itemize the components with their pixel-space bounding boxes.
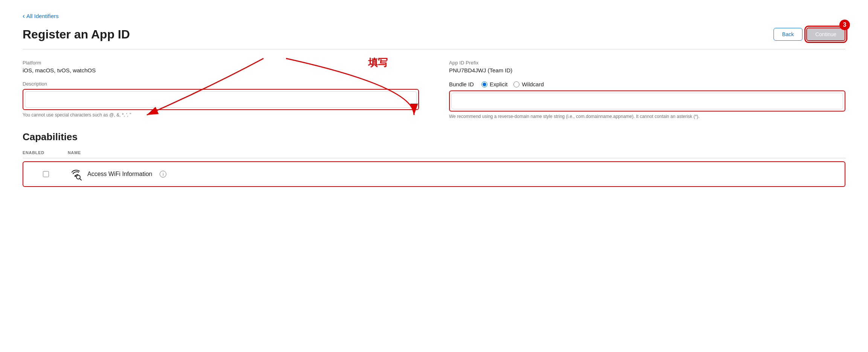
wifi-name-cell: Access WiFi Information i	[69, 167, 845, 181]
form-grid: Platform iOS, macOS, tvOS, watchOS Descr…	[23, 60, 845, 119]
explicit-radio[interactable]	[481, 81, 487, 87]
checkbox-cell	[23, 171, 69, 177]
description-wrapper	[23, 89, 419, 110]
back-link[interactable]: All Identifiers	[23, 12, 59, 20]
info-icon[interactable]: i	[160, 171, 166, 178]
wildcard-label: Wildcard	[522, 81, 544, 87]
back-button[interactable]: Back	[774, 28, 803, 41]
explicit-option[interactable]: Explicit	[481, 81, 508, 87]
step-badge: 3	[839, 20, 850, 30]
bundle-id-row: Bundle ID Explicit Wildcard	[449, 81, 845, 87]
capability-row-wrapper: Access WiFi Information i 勾选	[23, 158, 845, 187]
capabilities-table-header: ENABLED NAME	[23, 150, 845, 158]
app-id-prefix-value: PNU7BD4JWJ (Team ID)	[449, 67, 845, 73]
capabilities-title: Capabilities	[23, 131, 845, 143]
wifi-checkbox[interactable]	[43, 171, 49, 177]
form-right: App ID Prefix PNU7BD4JWJ (Team ID) Bundl…	[449, 60, 845, 119]
explicit-label: Explicit	[490, 81, 508, 87]
bundle-id-hint: We recommend using a reverse-domain name…	[449, 114, 845, 119]
annotation-fill-in: 填写	[368, 56, 388, 69]
wifi-icon	[69, 167, 82, 181]
svg-point-0	[75, 175, 76, 177]
description-hint: You cannot use special characters such a…	[23, 112, 419, 118]
app-id-prefix-label: App ID Prefix	[449, 60, 845, 66]
wildcard-option[interactable]: Wildcard	[513, 81, 544, 87]
bundle-id-input[interactable]	[451, 93, 843, 109]
continue-button[interactable]: Continue	[806, 28, 845, 41]
header-buttons: Back Continue	[774, 28, 845, 41]
wildcard-radio[interactable]	[513, 81, 519, 87]
description-input[interactable]	[25, 91, 417, 108]
col-enabled-label: ENABLED	[23, 150, 68, 155]
platform-value: iOS, macOS, tvOS, watchOS	[23, 67, 419, 73]
platform-label: Platform	[23, 60, 419, 66]
form-left: Platform iOS, macOS, tvOS, watchOS Descr…	[23, 60, 419, 119]
capabilities-section: Capabilities ENABLED NAME	[23, 131, 845, 187]
section-divider	[23, 49, 845, 49]
col-name-label: NAME	[68, 150, 845, 155]
radio-group: Explicit Wildcard	[481, 81, 544, 87]
page-title: Register an App ID	[23, 28, 130, 41]
page-container: All Identifiers Register an App ID Back …	[0, 0, 868, 352]
capability-row-wifi: Access WiFi Information i	[23, 161, 845, 187]
wifi-capability-name: Access WiFi Information	[87, 171, 152, 178]
bundle-id-label: Bundle ID	[449, 81, 474, 87]
form-section: 填写 Platform iOS, macOS, tvOS, watchOS De…	[23, 60, 845, 119]
description-label: Description	[23, 81, 419, 87]
back-link-text: All Identifiers	[26, 13, 59, 19]
page-header: Register an App ID Back Continue	[23, 28, 845, 41]
bundle-id-wrapper	[449, 90, 845, 112]
svg-line-2	[80, 179, 81, 180]
